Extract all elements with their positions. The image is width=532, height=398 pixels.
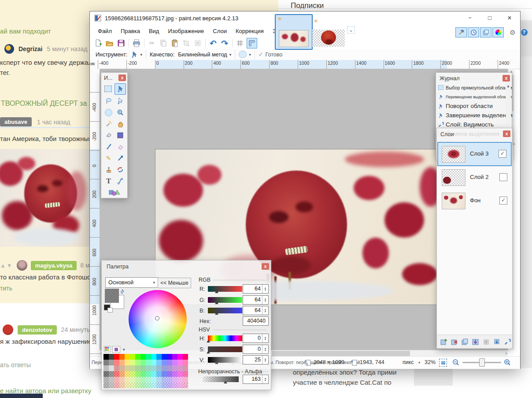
menu-item[interactable]: Правка (116, 26, 144, 37)
palette-swatch[interactable] (167, 360, 172, 365)
ellipse-select-tool[interactable] (103, 107, 114, 118)
move-selection-pointer-tool[interactable] (115, 96, 126, 106)
help-icon[interactable]: ? (519, 28, 529, 37)
palette-swatch[interactable] (151, 371, 156, 377)
color-wheel[interactable] (129, 290, 187, 348)
palette-swatch[interactable] (151, 383, 156, 388)
palette-swatch[interactable] (162, 383, 167, 388)
layer-row-selected[interactable]: Слой 3 ✓ (437, 142, 512, 166)
palette-swatch[interactable] (130, 365, 135, 371)
post-image-cake[interactable] (0, 149, 92, 247)
palette-swatch[interactable] (114, 365, 119, 371)
paintbrush-tool[interactable] (103, 141, 114, 152)
palette-swatch[interactable] (156, 383, 162, 388)
palette-swatch[interactable] (119, 377, 125, 383)
menu-item[interactable]: Слои (208, 26, 231, 37)
palette-swatch[interactable] (130, 377, 135, 383)
undo-button[interactable]: ↶ (208, 38, 218, 48)
merge-down-button[interactable] (471, 338, 480, 346)
palette-swatch[interactable] (109, 354, 114, 360)
palette-swatch[interactable] (151, 354, 156, 360)
h-slider[interactable] (208, 335, 242, 341)
palette-swatch[interactable] (125, 360, 130, 365)
palette-swatch[interactable] (162, 371, 167, 377)
rectangle-select-tool[interactable] (103, 83, 114, 94)
palette-swatch[interactable] (119, 365, 125, 371)
palette-swatch[interactable] (156, 360, 162, 365)
copy-button[interactable] (159, 38, 168, 48)
palette-swatch[interactable] (183, 371, 188, 377)
redo-button[interactable]: ↷ (220, 38, 229, 48)
spinner[interactable]: ▲▼ (262, 296, 268, 304)
palette-swatch[interactable] (183, 365, 188, 371)
palette-swatch[interactable] (146, 371, 151, 377)
open-file-button[interactable] (105, 38, 115, 48)
palette-swatch[interactable] (151, 365, 156, 371)
user-badge[interactable]: magiya.vkysa (31, 261, 77, 270)
palette-swatch[interactable] (135, 354, 140, 360)
image-tab-selected[interactable]: ✳ (275, 14, 313, 50)
palette-swatch[interactable] (103, 354, 109, 360)
layer-visibility-checkbox[interactable]: ✓ (499, 197, 507, 205)
image-list-chevron-icon[interactable]: ⌄ (347, 26, 355, 33)
close-icon[interactable]: x (262, 263, 269, 270)
h-input[interactable]: 0▲▼ (243, 334, 269, 343)
palette-swatch[interactable] (135, 365, 140, 371)
add-layer-button[interactable] (439, 338, 448, 346)
palette-swatch[interactable] (177, 360, 183, 365)
palette-swatch[interactable] (130, 360, 135, 365)
palette-swatch[interactable] (167, 354, 172, 360)
avatar[interactable] (3, 324, 13, 335)
ruler-toggle-button[interactable] (247, 38, 257, 48)
history-item[interactable]: Поворот области (436, 101, 512, 111)
deselect-button[interactable] (193, 38, 203, 48)
palette-swatch[interactable] (146, 377, 151, 383)
palette-swatch[interactable] (140, 377, 146, 383)
palette-swatch[interactable] (114, 360, 119, 365)
palette-swatch[interactable] (114, 383, 119, 388)
cut-button[interactable]: ✂ (147, 38, 157, 48)
paint-bucket-tool[interactable] (103, 130, 114, 141)
layer-visibility-checkbox[interactable] (499, 173, 507, 181)
history-item[interactable]: Завершение выделения (436, 111, 512, 120)
palette-swatch[interactable] (103, 383, 109, 388)
palette-swatch[interactable] (146, 365, 151, 371)
layer-row[interactable]: Фон ✓ (437, 189, 511, 212)
grid-toggle-button[interactable] (235, 38, 245, 48)
history-item[interactable]: Перемещение выделенной области (436, 92, 512, 101)
show-replies-link[interactable]: ать ответы (0, 361, 31, 368)
zoom-slider-thumb[interactable] (479, 358, 485, 367)
palette-swatch[interactable] (114, 371, 119, 377)
crop-button[interactable] (181, 38, 191, 48)
lasso-select-tool[interactable] (103, 96, 114, 106)
palette-swatch[interactable] (119, 360, 125, 365)
palette-swatch[interactable] (114, 377, 119, 383)
palette-swatch[interactable] (109, 377, 114, 383)
palette-swatch[interactable] (172, 377, 177, 383)
scrollbar-thumb[interactable] (272, 351, 410, 356)
spinner[interactable]: ▲▼ (262, 375, 268, 383)
alpha-slider[interactable] (203, 376, 239, 382)
palette-swatch[interactable] (172, 371, 177, 377)
scroll-up-arrow[interactable]: ▴ (506, 83, 511, 89)
palette-swatch[interactable] (156, 354, 162, 360)
zoom-tool[interactable] (115, 107, 126, 118)
palette-swatch[interactable] (177, 383, 183, 388)
zoom-out-button[interactable] (452, 358, 460, 366)
avatar[interactable] (17, 260, 27, 271)
layers-title-bar[interactable]: Слои x (437, 128, 512, 141)
selection-style-button[interactable]: ▾ (239, 51, 251, 58)
user-badge[interactable]: denzolotov (18, 325, 57, 335)
close-icon[interactable]: x (118, 74, 126, 81)
tools-toggle-button[interactable] (455, 27, 467, 37)
palette-swatch[interactable] (125, 371, 130, 377)
palette-swatch[interactable] (119, 354, 125, 360)
delete-layer-button[interactable] (450, 338, 458, 346)
magic-wand-tool[interactable] (103, 119, 114, 129)
palette-swatch[interactable] (172, 365, 177, 371)
v-slider[interactable] (208, 357, 242, 363)
menu-item[interactable]: Изображение (163, 26, 208, 37)
palette-swatch[interactable] (135, 377, 140, 383)
palette-swatch[interactable] (162, 365, 167, 371)
move-layer-down-button[interactable] (492, 338, 501, 346)
